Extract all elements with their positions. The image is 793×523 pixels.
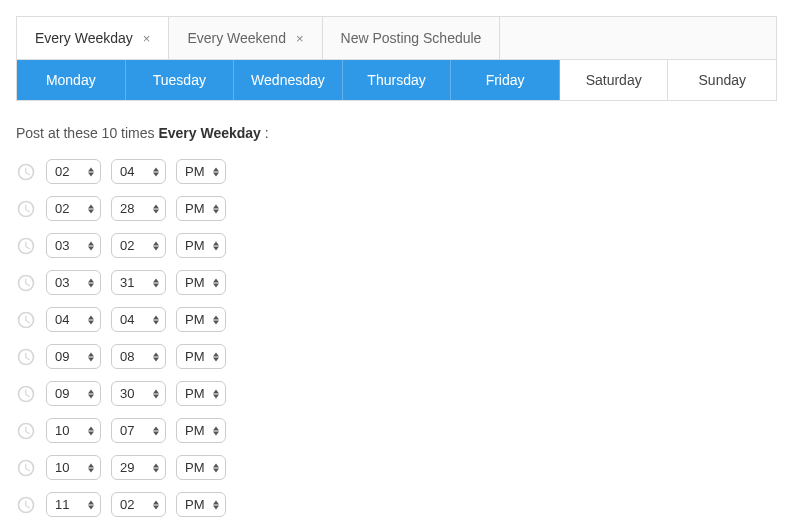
minute-select-value: 04 (120, 164, 134, 179)
close-icon[interactable]: × (296, 31, 304, 46)
minute-select[interactable]: 07 (111, 418, 166, 443)
stepper-icon (213, 389, 219, 398)
stepper-icon (88, 204, 94, 213)
ampm-select[interactable]: PM (176, 196, 226, 221)
stepper-icon (213, 426, 219, 435)
stepper-icon (153, 389, 159, 398)
stepper-icon (213, 352, 219, 361)
stepper-icon (213, 278, 219, 287)
ampm-select[interactable]: PM (176, 418, 226, 443)
hour-select-value: 10 (55, 460, 69, 475)
day-selector: MondayTuesdayWednesdayThursdayFridaySatu… (16, 60, 777, 101)
stepper-icon (213, 167, 219, 176)
stepper-icon (88, 500, 94, 509)
hour-select[interactable]: 04 (46, 307, 101, 332)
hour-select[interactable]: 09 (46, 344, 101, 369)
tab-every-weekend[interactable]: Every Weekend× (169, 17, 322, 59)
stepper-icon (88, 463, 94, 472)
hour-select-value: 10 (55, 423, 69, 438)
hour-select[interactable]: 10 (46, 418, 101, 443)
time-row: 1007PM (16, 418, 793, 443)
minute-select-value: 08 (120, 349, 134, 364)
hour-select[interactable]: 02 (46, 196, 101, 221)
minute-select[interactable]: 02 (111, 492, 166, 517)
minute-select[interactable]: 04 (111, 307, 166, 332)
ampm-select-value: PM (185, 201, 205, 216)
ampm-select-value: PM (185, 238, 205, 253)
minute-select[interactable]: 08 (111, 344, 166, 369)
clock-icon (16, 421, 36, 441)
stepper-icon (213, 204, 219, 213)
ampm-select-value: PM (185, 312, 205, 327)
time-row: 0908PM (16, 344, 793, 369)
heading-bold: Every Weekday (158, 125, 260, 141)
hour-select-value: 04 (55, 312, 69, 327)
stepper-icon (153, 241, 159, 250)
stepper-icon (153, 463, 159, 472)
stepper-icon (153, 204, 159, 213)
minute-select[interactable]: 28 (111, 196, 166, 221)
time-rows: 0204PM0228PM0302PM0331PM0404PM0908PM0930… (16, 159, 793, 517)
stepper-icon (88, 315, 94, 324)
minute-select-value: 02 (120, 497, 134, 512)
time-row: 0930PM (16, 381, 793, 406)
hour-select[interactable]: 09 (46, 381, 101, 406)
hour-select-value: 02 (55, 164, 69, 179)
tab-every-weekday[interactable]: Every Weekday× (17, 17, 169, 59)
day-monday[interactable]: Monday (17, 60, 126, 100)
day-thursday[interactable]: Thursday (343, 60, 452, 100)
ampm-select[interactable]: PM (176, 159, 226, 184)
stepper-icon (88, 352, 94, 361)
clock-icon (16, 495, 36, 515)
ampm-select-value: PM (185, 275, 205, 290)
day-saturday[interactable]: Saturday (560, 60, 669, 100)
hour-select-value: 03 (55, 275, 69, 290)
hour-select[interactable]: 10 (46, 455, 101, 480)
schedule-heading: Post at these 10 times Every Weekday : (16, 125, 777, 141)
close-icon[interactable]: × (143, 31, 151, 46)
minute-select[interactable]: 02 (111, 233, 166, 258)
ampm-select-value: PM (185, 164, 205, 179)
ampm-select[interactable]: PM (176, 381, 226, 406)
minute-select-value: 04 (120, 312, 134, 327)
stepper-icon (153, 426, 159, 435)
stepper-icon (153, 352, 159, 361)
time-row: 0302PM (16, 233, 793, 258)
time-row: 0331PM (16, 270, 793, 295)
minute-select-value: 28 (120, 201, 134, 216)
ampm-select[interactable]: PM (176, 233, 226, 258)
clock-icon (16, 236, 36, 256)
minute-select[interactable]: 31 (111, 270, 166, 295)
time-row: 1029PM (16, 455, 793, 480)
stepper-icon (88, 278, 94, 287)
day-wednesday[interactable]: Wednesday (234, 60, 343, 100)
hour-select-value: 09 (55, 349, 69, 364)
schedule-tabs: Every Weekday×Every Weekend×New Posting … (16, 16, 777, 60)
ampm-select[interactable]: PM (176, 455, 226, 480)
hour-select[interactable]: 11 (46, 492, 101, 517)
stepper-icon (88, 167, 94, 176)
time-row: 0404PM (16, 307, 793, 332)
clock-icon (16, 347, 36, 367)
tab-new-posting-schedule[interactable]: New Posting Schedule (323, 17, 501, 59)
hour-select-value: 09 (55, 386, 69, 401)
ampm-select[interactable]: PM (176, 307, 226, 332)
day-tuesday[interactable]: Tuesday (126, 60, 235, 100)
minute-select-value: 30 (120, 386, 134, 401)
ampm-select[interactable]: PM (176, 270, 226, 295)
minute-select[interactable]: 04 (111, 159, 166, 184)
hour-select[interactable]: 03 (46, 270, 101, 295)
stepper-icon (213, 315, 219, 324)
minute-select-value: 29 (120, 460, 134, 475)
minute-select-value: 31 (120, 275, 134, 290)
day-sunday[interactable]: Sunday (668, 60, 776, 100)
clock-icon (16, 384, 36, 404)
minute-select[interactable]: 30 (111, 381, 166, 406)
ampm-select[interactable]: PM (176, 344, 226, 369)
hour-select[interactable]: 03 (46, 233, 101, 258)
day-friday[interactable]: Friday (451, 60, 560, 100)
minute-select[interactable]: 29 (111, 455, 166, 480)
hour-select[interactable]: 02 (46, 159, 101, 184)
ampm-select[interactable]: PM (176, 492, 226, 517)
ampm-select-value: PM (185, 349, 205, 364)
